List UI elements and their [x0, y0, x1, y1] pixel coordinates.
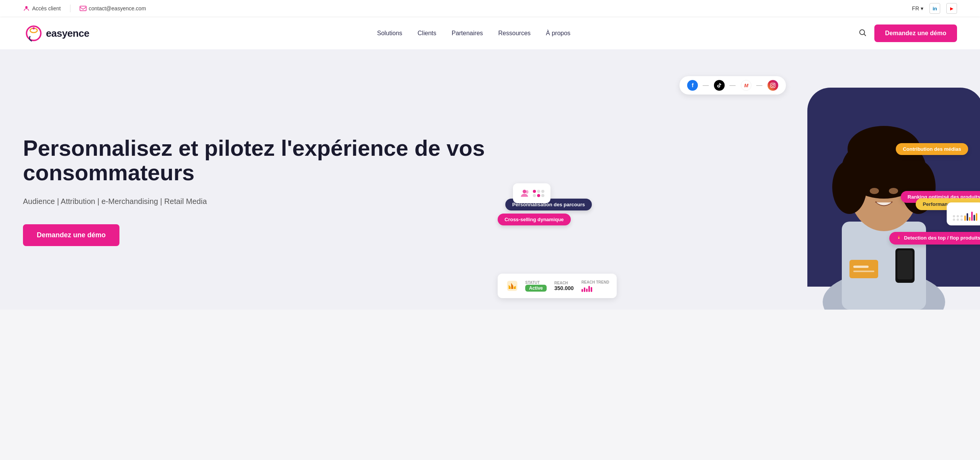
dash-2: — — [729, 82, 736, 89]
statut-label: STATUT — [525, 281, 547, 285]
person-dots — [533, 190, 544, 197]
email-label: contact@easyence.com — [89, 5, 146, 11]
client-access-label: Accès client — [32, 5, 61, 11]
fire-icon — [896, 235, 902, 240]
email-icon — [80, 6, 87, 11]
hero-left: Personnalisez et pilotez l'expérience de… — [23, 136, 490, 246]
hero-subtitle: Audience | Attribution | e-Merchandising… — [23, 197, 490, 206]
lang-label: FR — [912, 5, 919, 11]
reach-label: REACH — [554, 281, 574, 285]
instagram-icon — [768, 80, 778, 91]
client-access[interactable]: Accès client — [23, 5, 61, 12]
svg-rect-22 — [853, 266, 869, 268]
search-icon — [858, 28, 867, 37]
reach-trend-col: REACH TREND — [581, 280, 609, 292]
person-icon-card — [513, 183, 550, 203]
reach-trend-label: REACH TREND — [581, 280, 609, 284]
linkedin-label: in — [933, 6, 937, 11]
nav-demo-button[interactable]: Demandez une démo — [874, 24, 957, 42]
nav-right: Demandez une démo — [858, 24, 957, 42]
lang-arrow: ▾ — [921, 5, 923, 11]
divider — [70, 5, 70, 12]
nav-clients[interactable]: Clients — [418, 30, 436, 37]
svg-point-17 — [870, 188, 879, 194]
svg-rect-21 — [849, 260, 878, 278]
google-analytics-icon — [505, 279, 519, 293]
trend-chart — [581, 284, 609, 292]
reach-value: 350.000 — [554, 285, 574, 291]
search-button[interactable] — [858, 28, 867, 39]
top-bar-left: Accès client contact@easyence.com — [23, 5, 146, 12]
youtube-label: ▶ — [950, 6, 953, 11]
badge-crossselling: Cross-selling dynamique — [498, 214, 571, 225]
svg-point-0 — [25, 6, 28, 8]
reach-col: REACH 350.000 — [554, 281, 574, 291]
nav-partenaires[interactable]: Partenaires — [452, 30, 483, 37]
badge-contribution: Contribution des médias — [896, 143, 968, 155]
bar-chart-card — [947, 202, 980, 225]
linkedin-icon[interactable]: in — [929, 3, 940, 14]
statut-col: STATUT Active — [525, 281, 547, 292]
svg-point-24 — [898, 238, 899, 238]
badge-detection: Detection des top / flop produits — [889, 232, 980, 245]
dots-pattern — [953, 215, 963, 221]
logo-icon — [23, 23, 44, 44]
svg-point-8 — [774, 84, 775, 85]
stats-info: STATUT Active REACH 350.000 REACH TREND — [525, 280, 609, 292]
hero-right: f — — M — — [490, 72, 976, 310]
facebook-icon: f — [687, 80, 698, 91]
hero-person-image — [807, 111, 960, 310]
status-badge: Active — [525, 285, 547, 292]
nav-links: Solutions Clients Partenaires Ressources… — [377, 30, 570, 37]
tiktok-icon — [714, 80, 725, 91]
mini-bar-chart — [964, 212, 977, 221]
hero-section: Personnalisez et pilotez l'expérience de… — [0, 49, 980, 310]
youtube-icon[interactable]: ▶ — [946, 3, 957, 14]
stats-labels-row: STATUT Active REACH 350.000 REACH TREND — [525, 280, 609, 292]
gmail-icon: M — [741, 80, 751, 91]
svg-point-27 — [526, 190, 529, 194]
svg-point-26 — [523, 190, 526, 193]
top-bar: Accès client contact@easyence.com FR ▾ i… — [0, 0, 980, 17]
svg-rect-23 — [853, 271, 874, 272]
svg-point-18 — [889, 188, 898, 194]
hero-cta-button[interactable]: Demandez une démo — [23, 224, 119, 246]
ga-logo — [506, 280, 518, 292]
logo-text: easyence — [46, 28, 89, 39]
top-bar-right: FR ▾ in ▶ — [912, 3, 957, 14]
svg-point-14 — [832, 160, 867, 214]
svg-rect-1 — [80, 6, 86, 11]
nav-apropos[interactable]: À propos — [546, 30, 570, 37]
svg-rect-20 — [897, 250, 913, 279]
svg-point-4 — [33, 27, 35, 29]
hero-title: Personnalisez et pilotez l'expérience de… — [23, 136, 490, 185]
language-selector[interactable]: FR ▾ — [912, 5, 923, 11]
stats-card: STATUT Active REACH 350.000 REACH TREND — [498, 274, 617, 298]
nav-ressources[interactable]: Ressources — [498, 30, 531, 37]
social-icons-bar: f — — M — — [679, 76, 786, 95]
logo[interactable]: easyence — [23, 23, 89, 44]
svg-rect-6 — [771, 83, 776, 88]
person-icon-in-card — [519, 188, 530, 199]
dash-3: — — [756, 82, 763, 89]
user-icon — [23, 5, 30, 12]
nav-solutions[interactable]: Solutions — [377, 30, 402, 37]
navbar: easyence Solutions Clients Partenaires R… — [0, 17, 980, 49]
svg-point-7 — [772, 84, 774, 86]
dash-1: — — [702, 82, 709, 89]
email-contact[interactable]: contact@easyence.com — [80, 5, 146, 11]
